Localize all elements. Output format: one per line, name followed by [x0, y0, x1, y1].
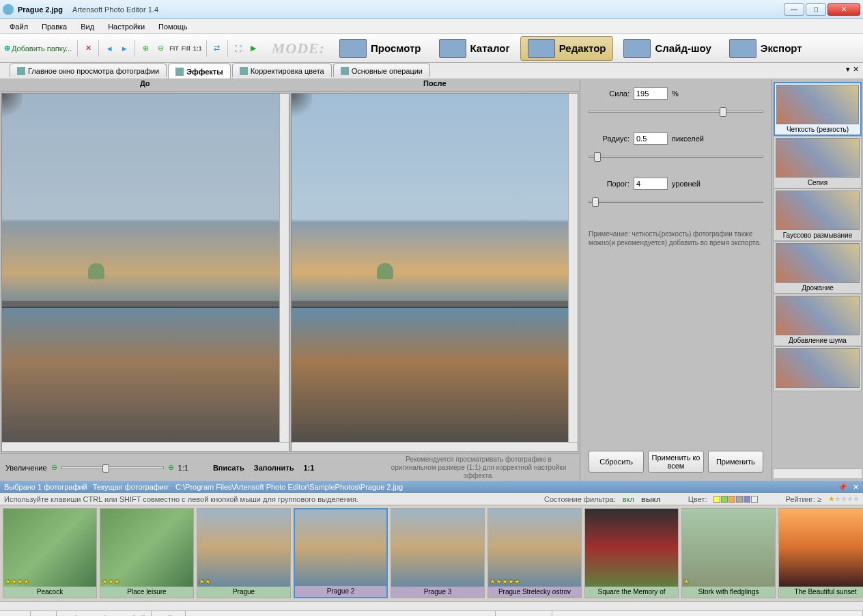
- fit-button[interactable]: FIT: [169, 45, 179, 52]
- zoom-label: Увеличение: [5, 464, 47, 472]
- strength-label: Сила:: [589, 89, 629, 98]
- thumb-name: Place leisure: [100, 587, 193, 598]
- before-image[interactable]: [1, 93, 289, 452]
- add-folder-button[interactable]: ⊕Добавить папку...: [4, 44, 72, 53]
- thumb-stars: ★: [683, 578, 690, 585]
- after-image[interactable]: [291, 93, 579, 452]
- strength-unit: %: [672, 89, 679, 98]
- menu-settings[interactable]: Настройки: [102, 21, 150, 32]
- reset-button[interactable]: Сбросить: [589, 451, 644, 473]
- pin-icon[interactable]: 📌: [838, 483, 847, 492]
- threshold-slider[interactable]: [589, 195, 763, 209]
- tab-Корректировка цвета[interactable]: Корректировка цвета: [232, 64, 332, 77]
- zoom-in-icon[interactable]: ⊕: [168, 463, 174, 472]
- minimize-button[interactable]: —: [784, 3, 804, 16]
- delete-icon[interactable]: ✕: [82, 42, 94, 55]
- effect-thumb: [776, 243, 860, 283]
- thumbnail[interactable]: ★★★★★Prague Strelecky ostrov: [487, 508, 582, 598]
- tab-label: Эффекты: [186, 68, 223, 76]
- thumbnail[interactable]: Square the Memory of: [584, 508, 679, 598]
- menu-file[interactable]: Файл: [4, 21, 33, 32]
- apply-all-button[interactable]: Применить ко всем: [648, 451, 703, 473]
- rating-filter[interactable]: ★★★★★: [828, 494, 859, 503]
- play-icon[interactable]: ▶: [247, 42, 259, 55]
- radius-label: Радиус:: [589, 135, 629, 143]
- color-filter[interactable]: [713, 496, 758, 503]
- strength-input[interactable]: [634, 87, 668, 100]
- scrollbar-v[interactable]: [568, 94, 578, 442]
- status-filepath: C:\Program Files\Artensoft Photo Editor\…: [186, 611, 496, 616]
- tab-Эффекты[interactable]: Эффекты: [168, 64, 230, 79]
- effect-note: Примечание: четкость(резкость) фотографи…: [589, 229, 763, 247]
- menu-edit[interactable]: Правка: [36, 21, 72, 32]
- editor-tabs: Главное окно просмотра фотографииЭффекты…: [0, 63, 863, 79]
- next-icon[interactable]: ►: [118, 42, 130, 55]
- mode-Просмотр[interactable]: Просмотр: [332, 36, 428, 61]
- effect-item[interactable]: Сепия: [774, 136, 862, 188]
- filmstrip-scrollbar[interactable]: [0, 601, 863, 611]
- maximize-button[interactable]: □: [806, 3, 826, 16]
- thumbnail[interactable]: ★★Prague: [197, 508, 291, 598]
- zoom-slider[interactable]: [61, 466, 164, 469]
- thumbnail[interactable]: Prague 3: [391, 508, 485, 598]
- threshold-input[interactable]: [634, 178, 668, 190]
- thumbnail[interactable]: ★★★★Peacock: [3, 508, 97, 598]
- radius-input[interactable]: [634, 132, 668, 145]
- toggle-icon[interactable]: ⇄: [211, 42, 223, 55]
- tab-label: Корректировка цвета: [251, 67, 324, 75]
- status-format: JPG: [31, 611, 57, 616]
- thumbnail[interactable]: Prague 2: [294, 508, 388, 598]
- zoom-fit-button[interactable]: Вписать: [210, 463, 247, 473]
- thumbnail[interactable]: ★Stork with fledglings: [681, 508, 776, 598]
- effects-scrollbar[interactable]: [774, 468, 862, 478]
- mode-label: Каталог: [470, 42, 510, 54]
- mode-Каталог[interactable]: Каталог: [432, 36, 518, 61]
- thumbnail[interactable]: The Beautiful sunset: [778, 508, 863, 598]
- tab-dropdown-icon[interactable]: ▾: [846, 65, 850, 74]
- zoom-out-icon[interactable]: ⊖: [154, 42, 167, 55]
- effect-item[interactable]: Четкость (резкость): [774, 82, 862, 136]
- radius-slider[interactable]: [589, 150, 763, 164]
- mode-Редактор[interactable]: Редактор: [520, 36, 614, 61]
- fullscreen-icon[interactable]: ⛶: [232, 42, 244, 55]
- scrollbar-h[interactable]: [292, 442, 578, 451]
- menu-help[interactable]: Помощь: [153, 21, 193, 32]
- effect-item[interactable]: Дрожание: [774, 241, 862, 294]
- scrollbar-v[interactable]: [279, 94, 289, 442]
- effects-list[interactable]: Четкость (резкость)СепияГауссово размыва…: [772, 79, 863, 481]
- apply-button[interactable]: Применить: [708, 451, 763, 473]
- fill-button[interactable]: Fill: [182, 45, 190, 52]
- strip-close-icon[interactable]: ✕: [853, 483, 859, 492]
- filmstrip[interactable]: ★★★★Peacock★★★Place leisure★★PraguePragu…: [0, 505, 863, 601]
- zoom-fill-button[interactable]: Заполнить: [251, 463, 297, 473]
- thumb-image: ★★★: [100, 509, 193, 587]
- tab-close-icon[interactable]: ✕: [853, 65, 859, 74]
- tab-label: Основные операции: [352, 67, 423, 75]
- zoom-in-icon[interactable]: ⊕: [139, 42, 152, 55]
- oneone-button[interactable]: 1:1: [193, 45, 202, 52]
- thumb-stars: ★★★★: [5, 578, 29, 585]
- mode-Слайд-шоу[interactable]: Слайд-шоу: [616, 36, 718, 61]
- effect-thumb: [776, 296, 860, 335]
- tab-Основные операции[interactable]: Основные операции: [333, 64, 430, 77]
- thumbnail[interactable]: ★★★Place leisure: [100, 508, 194, 598]
- title-appname: Artensoft Photo Editor 1.4: [72, 5, 158, 14]
- thumb-image: [391, 509, 484, 587]
- filter-off[interactable]: выкл: [641, 495, 661, 503]
- effect-item[interactable]: [774, 346, 862, 391]
- zoom-scale-button[interactable]: 1:1: [300, 463, 317, 473]
- close-button[interactable]: ✕: [827, 3, 860, 16]
- effect-item[interactable]: Гауссово размывание: [774, 188, 862, 241]
- effect-item[interactable]: Добавление шума: [774, 294, 862, 346]
- prev-icon[interactable]: ◄: [103, 42, 115, 55]
- mode-label: MODE:: [272, 40, 325, 57]
- before-label: До: [0, 79, 290, 92]
- tab-Главное окно просмотра фотографии[interactable]: Главное окно просмотра фотографии: [10, 64, 167, 77]
- mode-Экспорт[interactable]: Экспорт: [722, 36, 810, 61]
- scrollbar-h[interactable]: [2, 442, 289, 451]
- thumb-image: ★★★★★: [488, 509, 581, 587]
- strength-slider[interactable]: [589, 105, 763, 119]
- zoom-out-icon[interactable]: ⊖: [51, 463, 57, 472]
- filter-on[interactable]: вкл: [623, 495, 634, 503]
- menu-view[interactable]: Вид: [75, 21, 100, 32]
